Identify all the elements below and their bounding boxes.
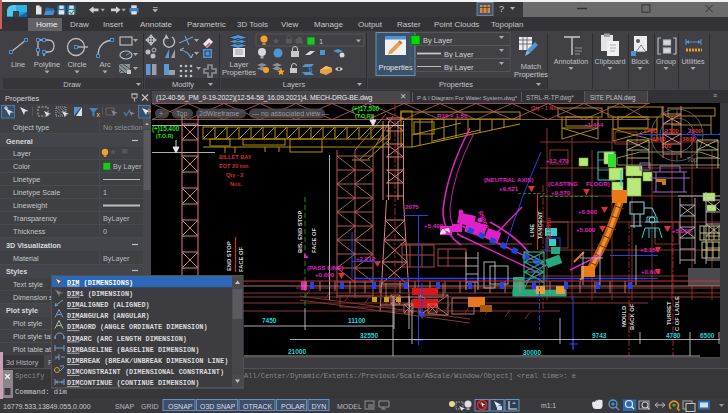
svg-text:Object type: Object type: [13, 123, 49, 132]
svg-text:Layer: Layer: [13, 149, 32, 158]
svg-text:+9.570: +9.570: [551, 189, 571, 196]
svg-text:Properties: Properties: [378, 63, 412, 72]
svg-text:Properties: Properties: [439, 80, 473, 89]
svg-text:DYN: DYN: [312, 403, 327, 410]
svg-text:Plot style: Plot style: [6, 306, 38, 315]
svg-text:By Layer: By Layer: [444, 50, 474, 59]
svg-text:DIMARC (ARC LENGTH DIMENSION): DIMARC (ARC LENGTH DIMENSION): [67, 335, 187, 343]
svg-text:OSNAP: OSNAP: [168, 403, 193, 410]
svg-text:30000: 30000: [523, 349, 541, 356]
svg-text:Circle: Circle: [67, 60, 86, 69]
svg-text:+2.012: +2.012: [356, 255, 376, 262]
svg-text:GRID: GRID: [141, 403, 159, 410]
svg-text:9743: 9743: [592, 332, 607, 339]
svg-text:POLAR: POLAR: [281, 403, 305, 410]
svg-text:ByLayer: ByLayer: [103, 214, 130, 223]
svg-text:Thickness: Thickness: [13, 227, 46, 236]
svg-text:Text style: Text style: [13, 280, 43, 289]
svg-text:+5.000: +5.000: [672, 227, 692, 234]
svg-text:DIMANGULAR (ANGULAR): DIMANGULAR (ANGULAR): [67, 312, 150, 320]
svg-text:3800: 3800: [652, 135, 666, 142]
svg-text:OTRACK: OTRACK: [243, 403, 273, 410]
svg-text:7450: 7450: [262, 317, 277, 324]
svg-text:Layers: Layers: [283, 80, 306, 89]
svg-text:DIMCONSTRAINT (DIMENSIONAL CON: DIMCONSTRAINT (DIMENSIONAL CONSTRAINT): [67, 368, 224, 376]
svg-text:Modify: Modify: [172, 80, 194, 89]
svg-text:11100: 11100: [348, 317, 366, 324]
svg-text:+12.470: +12.470: [546, 157, 569, 164]
svg-text:BACK OF: BACK OF: [629, 303, 635, 330]
svg-text:DIMCONTINUE (CONTINUE DIMENSIO: DIMCONTINUE (CONTINUE DIMENSION): [67, 379, 199, 387]
svg-text:2075: 2075: [405, 203, 419, 210]
svg-text:Material: Material: [13, 254, 39, 263]
svg-text:+: +: [159, 110, 163, 117]
svg-text:+5.000: +5.000: [576, 226, 596, 233]
svg-text:BILLET BAY: BILLET BAY: [219, 154, 252, 160]
svg-text:Properties: Properties: [5, 94, 39, 103]
svg-text:Draw: Draw: [63, 80, 81, 89]
svg-text:Properties: Properties: [222, 68, 256, 77]
svg-text:(NEUTRAL AXIS): (NEUTRAL AXIS): [484, 176, 534, 183]
svg-text:+9.621: +9.621: [499, 185, 519, 192]
svg-text:+1.464: +1.464: [584, 121, 604, 128]
svg-text:1: 1: [319, 37, 323, 46]
svg-text:Color: Color: [13, 162, 31, 171]
svg-text:Transparency: Transparency: [13, 214, 57, 223]
svg-text:Linetype: Linetype: [13, 175, 40, 184]
svg-text:FACE OF: FACE OF: [311, 227, 317, 253]
svg-text:DIMBASELINE (BASELINE DIMENSIO: DIMBASELINE (BASELINE DIMENSION): [67, 346, 199, 354]
svg-text:Plot style: Plot style: [13, 319, 42, 328]
svg-text:(+)17,500: (+)17,500: [352, 105, 380, 113]
svg-text:DIM (DIMENSIONS): DIM (DIMENSIONS): [67, 279, 133, 287]
svg-text:3800: 3800: [682, 135, 696, 142]
svg-text:(+)15.400: (+)15.400: [152, 125, 180, 133]
svg-text:1: 1: [103, 188, 107, 197]
svg-text:By Layer: By Layer: [444, 63, 474, 72]
svg-text:(PASS LINE): (PASS LINE): [307, 264, 343, 271]
svg-text:R15 = 1.50: R15 = 1.50: [437, 112, 468, 119]
svg-text:2300: 2300: [665, 127, 679, 134]
svg-text:Utilities: Utilities: [681, 57, 705, 66]
svg-text:Lineweight: Lineweight: [13, 201, 47, 210]
svg-text:DIMALIGNED (ALIGNED): DIMALIGNED (ALIGNED): [67, 301, 150, 309]
svg-text:DIM1 (DIMENSION): DIM1 (DIMENSION): [67, 290, 133, 298]
svg-text:0: 0: [103, 227, 107, 236]
svg-text:3D Visualization: 3D Visualization: [6, 241, 61, 250]
svg-text:EOT 20 ton: EOT 20 ton: [219, 163, 249, 169]
svg-text:32550: 32550: [360, 332, 378, 339]
svg-text:MODEL: MODEL: [337, 403, 362, 410]
svg-text:Line: Line: [11, 60, 25, 69]
svg-text:C OF LADLE: C OF LADLE: [674, 296, 680, 331]
svg-text:16779.533,13849.055,0.000: 16779.533,13849.055,0.000: [3, 403, 91, 410]
svg-text:Arc: Arc: [99, 60, 111, 69]
svg-text:Linetype Scale: Linetype Scale: [13, 188, 60, 197]
svg-text:— no associated view —: — no associated view —: [252, 110, 329, 117]
svg-text:O3D SNAP: O3D SNAP: [200, 403, 236, 410]
svg-text:(CASTING: (CASTING: [548, 180, 578, 187]
svg-text:TURRET: TURRET: [666, 301, 672, 325]
svg-text:⇅: ⇅: [308, 67, 313, 73]
svg-text:SNAP: SNAP: [115, 403, 134, 410]
svg-text:?: ?: [499, 4, 504, 14]
svg-text:By Layer: By Layer: [423, 36, 453, 45]
svg-text:No selection: No selection: [103, 123, 143, 132]
svg-text:(T.O.R): (T.O.R): [355, 113, 373, 119]
svg-text:+5,400: +5,400: [424, 222, 444, 229]
svg-text:Annotation: Annotation: [554, 57, 588, 66]
svg-text:MOULD: MOULD: [621, 306, 627, 327]
svg-text:ByLayer: ByLayer: [103, 254, 130, 263]
svg-text:21000: 21000: [288, 348, 306, 355]
svg-text:2dWireframe: 2dWireframe: [199, 110, 239, 117]
svg-text:Styles: Styles: [6, 267, 27, 276]
svg-text:Qty - 2: Qty - 2: [226, 172, 243, 178]
svg-text:Polyline: Polyline: [34, 60, 60, 69]
svg-text:6500: 6500: [700, 332, 715, 339]
svg-text:Properties: Properties: [514, 70, 548, 79]
svg-text:Group: Group: [656, 57, 676, 66]
svg-text:Clipboard: Clipboard: [595, 57, 626, 66]
svg-text:Nos.: Nos.: [230, 181, 243, 187]
svg-text:By Layer: By Layer: [113, 162, 142, 171]
svg-text:END STOP: END STOP: [226, 241, 232, 271]
svg-text:2700: 2700: [643, 127, 657, 134]
svg-text:Top: Top: [687, 156, 698, 164]
